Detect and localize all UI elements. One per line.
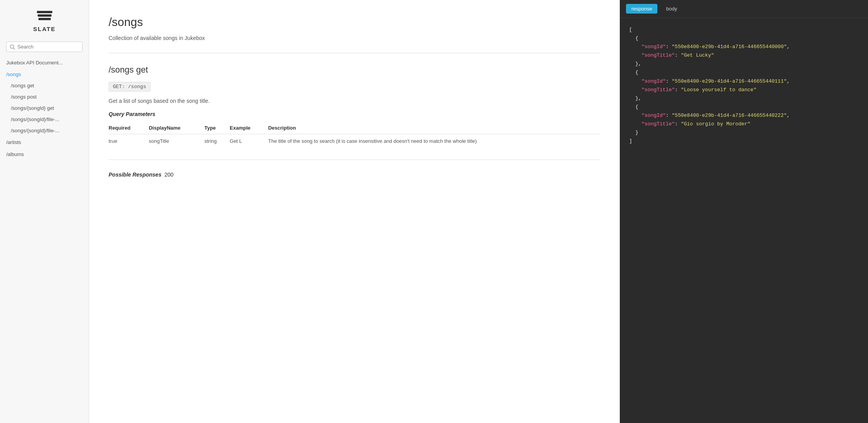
main-content: /songs Collection of available songs in … <box>89 0 620 423</box>
sidebar-item-albums[interactable]: /albums <box>0 148 89 160</box>
section-title: /songs <box>109 16 600 29</box>
app-title: SLATE <box>33 26 55 32</box>
logo-icon <box>35 8 54 23</box>
possible-responses-value: 200 <box>164 172 173 178</box>
subsection-title: /songs get <box>109 65 600 75</box>
cell-displayname: songTitle <box>149 134 204 148</box>
cell-description: The title of the song to search (it is c… <box>268 134 600 148</box>
endpoint-method: GET: <box>113 84 125 90</box>
search-wrapper <box>6 42 83 52</box>
col-example: Example <box>230 122 268 134</box>
params-title: Query Parameters <box>109 111 600 117</box>
col-type: Type <box>204 122 230 134</box>
params-table: Required DisplayName Type Example Descri… <box>109 122 600 148</box>
search-icon <box>10 44 15 50</box>
endpoint-path: /songs <box>128 84 146 90</box>
search-input[interactable] <box>17 44 79 50</box>
right-panel: response body [ { "songId": "550e8400-e2… <box>620 0 868 423</box>
tab-body[interactable]: body <box>661 4 682 14</box>
divider-1 <box>109 53 600 53</box>
endpoint-desc: Get a list of songs based on the song ti… <box>109 98 600 104</box>
logo-layer-3 <box>38 18 51 20</box>
table-header-row: Required DisplayName Type Example Descri… <box>109 122 600 134</box>
col-displayname: DisplayName <box>149 122 204 134</box>
logo-area: SLATE <box>0 0 89 38</box>
tab-response[interactable]: response <box>626 4 657 14</box>
table-row: true songTitle string Get L The title of… <box>109 134 600 148</box>
possible-responses: Possible Responses 200 <box>109 172 600 178</box>
sidebar-item-artists[interactable]: /artists <box>0 136 89 148</box>
sidebar-item-jukebox-doc[interactable]: Jukebox API Document... <box>0 57 89 69</box>
sidebar-item-songs-post[interactable]: /songs post <box>0 91 89 102</box>
cell-example: Get L <box>230 134 268 148</box>
json-display: [ { "songId": "550e8400-e29b-41d4-a716-4… <box>620 18 868 423</box>
sidebar-item-songs-songid-file-1[interactable]: /songs/{songId}/file-... <box>0 114 89 125</box>
sidebar-item-songs-songid-file-2[interactable]: /songs/{songId}/file-... <box>0 125 89 136</box>
sidebar-item-songs[interactable]: /songs <box>0 69 89 80</box>
possible-responses-label: Possible Responses <box>109 172 161 178</box>
sidebar-item-songs-get[interactable]: /songs get <box>0 80 89 91</box>
section-desc: Collection of available songs in Jukebox <box>109 35 600 41</box>
right-tabs: response body <box>620 0 868 18</box>
sidebar: SLATE Jukebox API Document... /songs /so… <box>0 0 89 423</box>
logo-layer-2 <box>38 14 52 17</box>
col-description: Description <box>268 122 600 134</box>
cell-required: true <box>109 134 149 148</box>
logo-layer-1 <box>37 11 52 13</box>
col-required: Required <box>109 122 149 134</box>
sidebar-item-songs-songid-get[interactable]: /songs/{songId} get <box>0 102 89 114</box>
cell-type: string <box>204 134 230 148</box>
endpoint-badge: GET: /songs <box>109 82 150 92</box>
divider-2 <box>109 159 600 160</box>
search-container <box>0 38 89 57</box>
sidebar-nav: Jukebox API Document... /songs /songs ge… <box>0 57 89 160</box>
svg-line-1 <box>14 48 15 49</box>
